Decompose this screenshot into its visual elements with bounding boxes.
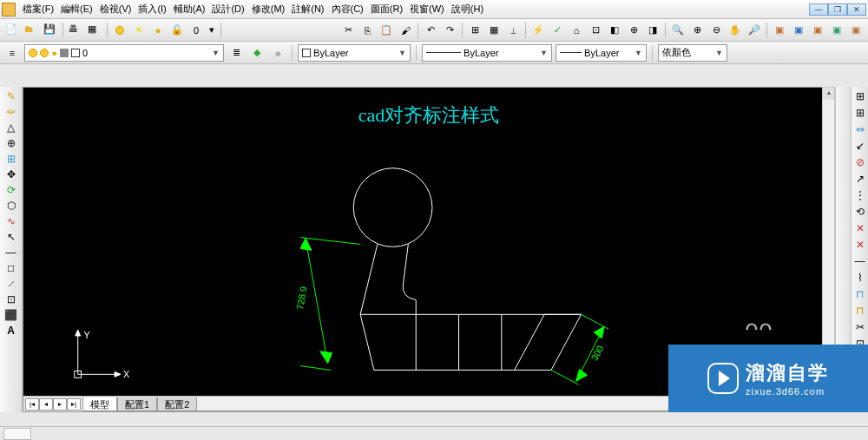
pencil-icon[interactable]: ✎ — [3, 89, 19, 104]
snap-button[interactable]: ⊞ — [466, 22, 483, 39]
plotstyle-dropdown[interactable]: 依顏色 ▼ — [658, 44, 727, 62]
xline-icon[interactable]: ╲ — [24, 105, 40, 121]
arc2-icon[interactable]: ⌒ — [24, 121, 40, 137]
tool-c[interactable]: ⌂ — [568, 22, 585, 39]
tab-model[interactable]: 模型 — [82, 397, 117, 411]
rtool-8[interactable]: ✕ — [852, 220, 868, 236]
menu-view[interactable]: 檢視(V) — [96, 1, 135, 17]
new-button[interactable]: 📄 — [3, 22, 21, 39]
diamond-icon[interactable]: ◊ — [24, 270, 40, 286]
line2-icon[interactable]: ╱ — [24, 89, 40, 104]
rtool-5[interactable]: ↗ — [852, 171, 868, 187]
rtool-7[interactable]: ⟲ — [852, 204, 868, 220]
cut-button[interactable]: ✂ — [339, 22, 357, 39]
zoom-out-button[interactable]: ⊖ — [707, 22, 725, 39]
rtool-11[interactable]: ⌇ — [852, 270, 868, 286]
tool-d[interactable]: ⊡ — [587, 22, 604, 39]
hex-icon[interactable]: ⬡ — [3, 198, 19, 213]
rtool-14[interactable]: ✂ — [852, 319, 868, 335]
tab-next-button[interactable]: ▸ — [53, 398, 67, 410]
menu-insert[interactable]: 插入(I) — [135, 1, 169, 17]
paste-button[interactable]: 📋 — [378, 22, 395, 39]
bulb-icon[interactable] — [111, 22, 128, 39]
fill-icon[interactable]: ⬛ — [3, 307, 19, 323]
rtool-9[interactable]: ✕ — [852, 237, 868, 253]
line-icon[interactable]: — — [3, 245, 19, 260]
print-button[interactable]: 🖶 — [67, 22, 84, 39]
copy-button[interactable]: ⎘ — [358, 22, 376, 39]
menu-window[interactable]: 視窗(W) — [406, 1, 448, 17]
layer-tool-c[interactable]: ⟐ — [269, 44, 286, 62]
minimize-button[interactable]: — — [809, 3, 828, 16]
zoom-in-button[interactable]: ⊕ — [688, 22, 706, 39]
rtool-4[interactable]: ⊘ — [852, 154, 868, 170]
edit-icon[interactable]: ✏ — [3, 104, 19, 120]
rtool-6[interactable]: ⋮ — [852, 187, 868, 203]
wave-icon[interactable]: ～ — [24, 204, 40, 220]
rect2-icon[interactable]: □ — [24, 253, 40, 269]
point-icon[interactable]: · — [24, 303, 40, 319]
pan-button[interactable]: ✋ — [727, 22, 744, 39]
ortho-button[interactable]: ⟂ — [504, 22, 522, 39]
circle-icon[interactable]: ● — [149, 22, 167, 39]
menu-file[interactable]: 檔案(F) — [19, 1, 57, 17]
plus-icon[interactable]: ⊕ — [3, 135, 19, 151]
sun-icon[interactable]: ☀ — [130, 22, 148, 39]
tool-b[interactable]: ✓ — [549, 22, 566, 39]
tab-layout2[interactable]: 配置2 — [157, 397, 197, 411]
linetype-dropdown[interactable]: ByLayer ▼ — [422, 44, 552, 62]
layer-dropdown[interactable]: ● 0 ▼ — [24, 44, 224, 62]
lock-icon[interactable]: 🔓 — [168, 22, 186, 39]
undo-button[interactable]: ↶ — [422, 22, 439, 39]
rtool-3[interactable]: ↙ — [852, 138, 868, 154]
close-button[interactable]: ✕ — [847, 3, 866, 16]
rtool-13[interactable]: ⊓ — [852, 303, 868, 319]
slash-icon[interactable]: ⟋ — [24, 220, 40, 236]
rect-icon[interactable]: □ — [3, 260, 19, 276]
dotcircle-icon[interactable]: ⊙ — [24, 154, 40, 170]
rtool-0[interactable]: ⊞ — [852, 89, 868, 104]
palette-e[interactable]: ▣ — [847, 22, 865, 39]
ray-icon[interactable]: ╲ — [24, 138, 40, 154]
ellipse-icon[interactable]: ⬭ — [24, 286, 40, 302]
redo-button[interactable]: ↷ — [441, 22, 458, 39]
palette-a[interactable]: ▣ — [771, 22, 788, 39]
palette-b[interactable]: ▣ — [790, 22, 807, 39]
color-dropdown[interactable]: ByLayer ▼ — [298, 44, 411, 62]
rtool-10[interactable]: — — [852, 253, 868, 269]
open-button[interactable]: 🖿 — [23, 22, 40, 39]
text-icon[interactable]: A — [3, 323, 19, 338]
arrow-icon[interactable]: ↖ — [3, 229, 19, 245]
tab-first-button[interactable]: |◂ — [25, 398, 39, 410]
magnify-button[interactable]: 🔎 — [746, 22, 763, 39]
palette-c[interactable]: ▣ — [809, 22, 826, 39]
lineweight-dropdown[interactable]: ByLayer ▼ — [556, 44, 647, 62]
zero-badge[interactable]: 0 — [187, 22, 205, 39]
menu-design[interactable]: 設計(D) — [208, 1, 247, 17]
tool-f[interactable]: ⊕ — [625, 22, 642, 39]
match-button[interactable]: 🖌 — [397, 22, 414, 39]
menu-draw[interactable]: 圖面(R) — [367, 1, 406, 17]
menu-edit[interactable]: 編輯(E) — [57, 1, 96, 17]
diag-icon[interactable]: ⟋ — [3, 276, 19, 292]
rtool-1[interactable]: ⊞ — [852, 105, 868, 121]
menu-assist[interactable]: 輔助(A) — [170, 1, 209, 17]
hatch-icon[interactable]: ▦ — [24, 319, 40, 335]
box-icon[interactable]: ⊡ — [3, 292, 19, 307]
rotate-icon[interactable]: ⟳ — [3, 182, 19, 198]
layer-tool-a[interactable]: ≣ — [227, 44, 245, 62]
rtool-12[interactable]: ⊓ — [852, 286, 868, 302]
triangle-icon[interactable]: △ — [3, 120, 19, 135]
layer-manager-button[interactable]: ≡ — [3, 44, 21, 62]
restore-button[interactable]: ❐ — [828, 3, 847, 16]
grid-icon[interactable]: ⊞ — [3, 151, 19, 167]
menu-modify[interactable]: 修改(M) — [248, 1, 289, 17]
plot-button[interactable]: ▦ — [86, 22, 103, 39]
angle2-icon[interactable]: ⌐ — [24, 237, 40, 253]
menu-annotate[interactable]: 註解(N) — [288, 1, 327, 17]
menu-content[interactable]: 內容(C) — [328, 1, 367, 17]
spline-icon[interactable]: ∿ — [24, 187, 40, 203]
circle2-icon[interactable]: ◯ — [24, 171, 40, 187]
tool-a[interactable]: ⚡ — [529, 22, 547, 39]
save-button[interactable]: 💾 — [42, 22, 59, 39]
